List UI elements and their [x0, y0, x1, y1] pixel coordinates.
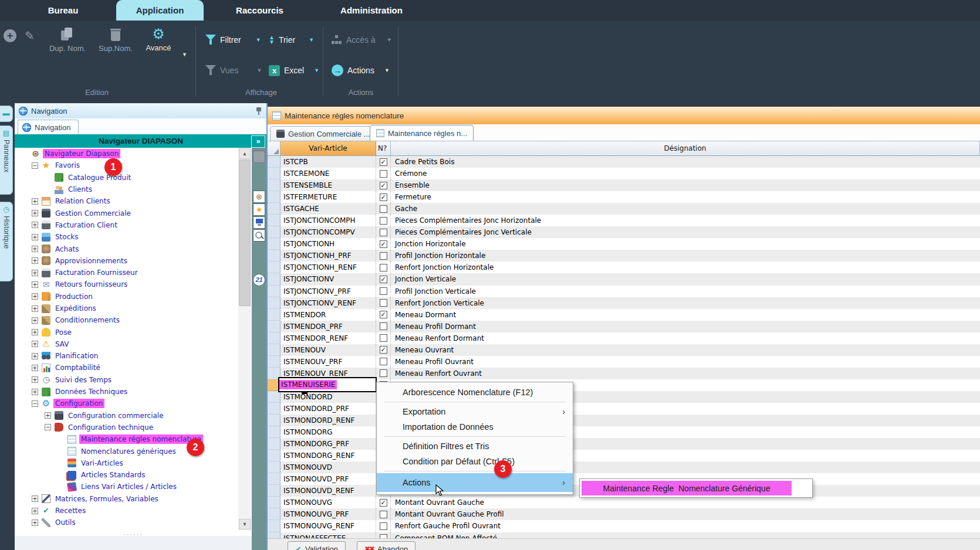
designation-cell[interactable]: Meneau Profil Dormant	[391, 321, 980, 332]
filtrer-button[interactable]: Filtrer ▼	[205, 32, 261, 47]
designation-cell[interactable]: Meneau Renfort Ouvrant	[391, 368, 980, 379]
tree-item[interactable]: − Configuration	[15, 398, 238, 409]
search-icon[interactable]	[253, 229, 265, 242]
checkbox[interactable]	[380, 217, 387, 225]
tree-expander[interactable]: +	[32, 376, 38, 383]
column-header-designation[interactable]: Désignation	[391, 141, 980, 156]
designation-cell[interactable]: Meneau Dormant	[391, 309, 980, 321]
row-indicator-cell[interactable]	[268, 415, 281, 426]
tree-item[interactable]: + Planification	[15, 350, 238, 362]
vari-article-cell[interactable]: ISTJONCTIONH_RENF	[281, 262, 376, 273]
column-header-n[interactable]: N?	[376, 141, 391, 156]
tree-item[interactable]: Clients	[15, 184, 238, 195]
tree-expander[interactable]: +	[45, 412, 51, 419]
n-cell[interactable]	[376, 226, 391, 238]
n-cell[interactable]	[376, 332, 391, 344]
table-row[interactable]: ISTENSEMBLE Ensemble	[268, 179, 980, 191]
tree-item[interactable]: Vari-Articles	[15, 457, 238, 469]
tab-maintenance-regles[interactable]: Maintenance régles n...	[370, 125, 474, 141]
pin-icon[interactable]	[255, 107, 262, 115]
tree-item[interactable]: Catalogue Produit	[15, 172, 238, 184]
designation-cell[interactable]: Composant BOM Non Affecté	[391, 532, 980, 539]
checkbox[interactable]	[380, 158, 387, 166]
designation-cell[interactable]: Profil Jonction Verticale	[391, 286, 980, 297]
checkbox[interactable]	[380, 170, 387, 178]
designation-cell[interactable]: Fermeture	[391, 191, 980, 203]
checkbox[interactable]	[380, 276, 387, 283]
add-button[interactable]: +	[4, 29, 16, 42]
vari-article-cell[interactable]: ISTMENOUV_PRF	[281, 356, 376, 368]
tree-item[interactable]: + Stocks	[15, 231, 238, 243]
table-row[interactable]: ISTJONCTIONH_RENF Renfort Jonction Horiz…	[268, 262, 980, 273]
tree-item[interactable]: + Approvisionnements	[15, 255, 238, 267]
context-menu-item-actions[interactable]: Actions ›	[377, 473, 573, 492]
tree-expander[interactable]: +	[32, 257, 38, 264]
tree-item[interactable]: + Suivi des Temps	[15, 374, 238, 386]
row-indicator-cell[interactable]	[268, 426, 281, 438]
vari-article-cell[interactable]: ISTMONDORG	[281, 426, 376, 438]
table-row[interactable]: ISTJONCTIONV_PRF Profil Jonction Vertica…	[268, 286, 980, 297]
designation-cell[interactable]: Crémone	[391, 168, 980, 179]
vari-article-cell[interactable]: ISTMENDOR_RENF	[281, 332, 376, 344]
tree-item[interactable]: + Achats	[15, 243, 238, 254]
row-indicator-cell[interactable]	[268, 203, 281, 215]
checkbox[interactable]	[380, 346, 387, 354]
vari-article-cell[interactable]: ISTMONOUVG	[281, 497, 376, 508]
n-cell[interactable]	[376, 168, 391, 179]
tree-item[interactable]: Liens Vari Articles / Articles	[15, 481, 238, 493]
actions-ribbon-button[interactable]: → Actions ▼	[332, 63, 390, 78]
row-indicator-cell[interactable]	[268, 309, 281, 321]
table-row[interactable]: ISTMONDORD	[268, 391, 980, 403]
row-indicator-cell[interactable]	[268, 450, 281, 461]
vari-article-cell[interactable]: ISTFERMETURE	[281, 191, 376, 203]
n-cell[interactable]	[376, 215, 391, 226]
row-indicator-cell[interactable]	[268, 191, 281, 203]
designation-cell[interactable]: Pieces Complémentaires Jonc Horizontale	[391, 215, 980, 226]
rail-tab-historique[interactable]: ◷ Historique	[0, 202, 13, 281]
n-cell[interactable]	[376, 203, 391, 215]
tree-expander[interactable]: +	[32, 293, 38, 300]
table-row[interactable]: ISTMONOUVG_PRF Montant Ouvrant Gauche Pr…	[268, 508, 980, 520]
row-indicator-cell[interactable]	[268, 344, 281, 356]
designation-cell[interactable]: Jonction Horizontale	[391, 238, 980, 250]
tree-expander[interactable]: +	[32, 281, 38, 288]
rail-tab-panneaux[interactable]: ▤ Panneaux	[0, 125, 13, 195]
row-indicator-cell[interactable]	[268, 273, 281, 285]
designation-cell[interactable]: Renfort Jonction Verticale	[391, 297, 980, 309]
table-row[interactable]: ISTMONDORG	[268, 426, 980, 438]
vari-article-cell[interactable]: ISTJONCTIONH	[281, 238, 376, 250]
acces-a-button[interactable]: Accès à ▼	[332, 32, 392, 47]
menu-tab-application[interactable]: Application	[116, 0, 204, 21]
tree-item[interactable]: + Conditionnements	[15, 314, 238, 326]
table-row[interactable]: ISTJONCTIONCOMPV Pieces Complémentaires …	[268, 226, 980, 238]
n-cell[interactable]	[376, 508, 391, 520]
star-icon[interactable]: ★	[253, 203, 265, 216]
table-row[interactable]: ISTMENDOR_RENF Meneau Renfort Dormant	[268, 332, 980, 344]
table-row[interactable]: ISTMONOUVG_RENF Renfort Gauche Profil Ou…	[268, 520, 980, 532]
row-indicator-cell[interactable]	[268, 332, 281, 344]
menu-tab-bureau[interactable]: Bureau	[41, 0, 85, 21]
vari-article-cell[interactable]: ISTCREMONE	[281, 168, 376, 179]
vari-article-cell[interactable]: ISTMONDORD_PRF	[281, 403, 376, 415]
checkbox[interactable]	[380, 322, 387, 330]
table-row[interactable]: ISTGACHE Gache	[268, 203, 980, 215]
table-row[interactable]: ISTNONAFFECTEE Composant BOM Non Affecté	[268, 532, 980, 539]
tree-item[interactable]: Articles Standards	[15, 469, 238, 481]
tree-item[interactable]: Maintenance régles nomenclature	[15, 433, 238, 445]
designation-cell[interactable]: Montant Ouvrant Gauche Profil	[391, 508, 980, 520]
vari-article-cell[interactable]: ISTJONCTIONCOMPV	[281, 226, 376, 238]
table-row[interactable]: ISTMONDORG_RENF	[268, 450, 980, 461]
clock21-icon[interactable]: 21	[253, 274, 265, 286]
tree-expander[interactable]: +	[32, 389, 38, 395]
edit-button[interactable]: ✎	[25, 29, 35, 42]
tree-item[interactable]: + Recettes	[15, 505, 238, 517]
n-cell[interactable]	[376, 532, 391, 539]
tree-expander[interactable]: −	[32, 162, 38, 169]
vari-article-cell[interactable]: ISTMONDORD	[281, 391, 376, 403]
vari-article-cell[interactable]: ISTJONCTIONV_RENF	[281, 297, 376, 309]
row-indicator-cell[interactable]	[268, 297, 281, 309]
tree-expander[interactable]: +	[32, 508, 38, 514]
vari-article-cell[interactable]: ISTMONOUVD_RENF	[281, 485, 376, 497]
table-row[interactable]: ISTMONDORD_RENF	[268, 415, 980, 426]
table-row[interactable]: ISTMENOUV_PRF Meneau Profil Ouvrant	[268, 356, 980, 368]
